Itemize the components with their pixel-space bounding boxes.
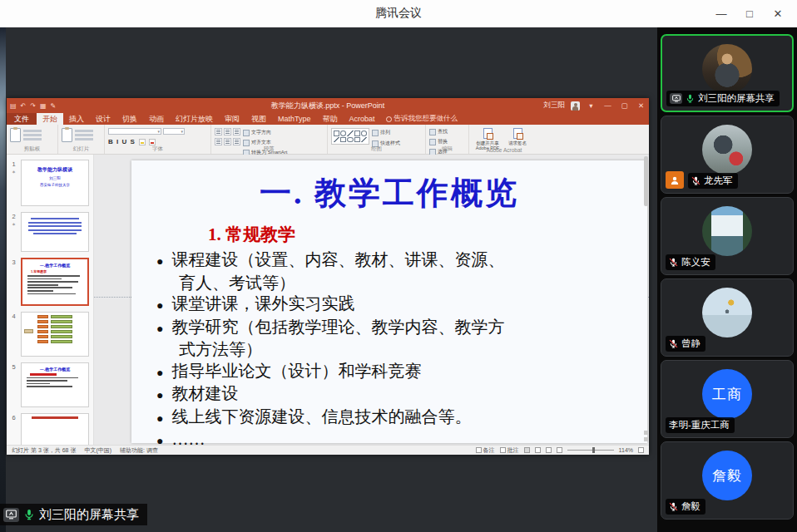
participant-tile[interactable]: 曾静 <box>661 278 794 357</box>
fit-slide-button[interactable] <box>638 447 644 453</box>
ribbon-tab[interactable]: 文件 <box>7 113 37 125</box>
current-slide[interactable]: 一. 教学工作概览 1. 常规教学 课程建设（设置、内容、教材、讲课、资源、育人… <box>131 160 647 443</box>
ribbon-tab[interactable]: Acrobat <box>344 113 381 125</box>
slide-scrollbar[interactable] <box>644 156 648 206</box>
zoom-slider[interactable] <box>567 450 614 451</box>
group-label: 绘图 <box>328 145 425 153</box>
language-status[interactable]: 中文(中国) <box>84 446 111 455</box>
ribbon-tab[interactable]: 插入 <box>63 113 90 125</box>
font-name-select[interactable]: ▾ <box>108 128 161 135</box>
quick-access-icon[interactable]: ↶ <box>21 102 27 110</box>
close-button[interactable]: ✕ <box>764 0 792 27</box>
mic-muted-icon <box>691 176 700 185</box>
desktop-wallpaper-strip <box>0 27 6 532</box>
participant-tile[interactable]: 龙先军 <box>661 116 794 194</box>
slide-nav-buttons[interactable] <box>643 431 649 441</box>
ribbon-tab[interactable]: 动画 <box>143 113 170 125</box>
slide-count-status[interactable]: 幻灯片 第 3 张，共 68 张 <box>12 446 76 455</box>
slide-small-buttons[interactable] <box>75 130 93 140</box>
ribbon-tab[interactable]: MathType <box>272 113 317 125</box>
ribbon-group-clipboard[interactable]: 剪贴板 <box>7 125 58 154</box>
ppt-close-button[interactable]: ✕ <box>636 101 646 110</box>
quick-access-icon[interactable]: ▦ <box>40 102 47 110</box>
slide-sorter-view-button[interactable] <box>535 447 541 453</box>
slide-thumbnail-1[interactable]: 教学能力纵横谈 刘三阳 西安电子科技大学 <box>21 160 89 206</box>
font-size-select[interactable]: ▾ <box>163 128 185 135</box>
ribbon-group-font[interactable]: ▾ ▾ B I U S 字体 <box>105 125 211 154</box>
ribbon-tab[interactable]: 开始 <box>37 113 63 125</box>
comments-toggle[interactable]: 批注 <box>500 446 519 455</box>
number-list-icon[interactable] <box>224 128 231 135</box>
align-right-icon[interactable] <box>233 138 240 145</box>
shapes-gallery[interactable] <box>331 128 369 145</box>
normal-view-button[interactable] <box>524 447 530 453</box>
participant-name: 李明-重庆工商 <box>669 419 730 431</box>
maximize-button[interactable]: □ <box>735 0 764 27</box>
transition-star-icon: ✶ <box>12 169 16 175</box>
account-avatar[interactable] <box>571 101 580 111</box>
drawing-command[interactable]: 排列 <box>372 129 400 136</box>
participant-tile[interactable]: 工商 李明-重庆工商 <box>661 360 794 438</box>
ribbon-group-acrobat[interactable]: 创建并共享 Adobe PDF 请求签名 Adobe Acrobat <box>469 125 539 154</box>
indent-icon[interactable] <box>233 128 240 135</box>
slide-thumbnail-6[interactable] <box>21 413 89 445</box>
group-label: 段落 <box>211 145 327 153</box>
ribbon-group-editing[interactable]: 查找替换选择 编辑 <box>426 125 469 154</box>
ribbon-tab[interactable]: 设计 <box>90 113 116 125</box>
slide-number: 6 <box>12 414 15 421</box>
mic-muted-icon <box>669 339 678 348</box>
align-left-icon[interactable] <box>215 138 222 145</box>
slide-thumbnail-5[interactable]: 一.教学工作概览 <box>21 362 89 407</box>
screen-share-icon <box>670 93 682 104</box>
account-name[interactable]: 刘三阳 <box>544 101 566 111</box>
group-label: 字体 <box>105 145 210 153</box>
quick-access-toolbar: ▤↶↷▦✎ <box>10 102 56 110</box>
highlight-color-button[interactable] <box>139 139 146 145</box>
slide-number: 3 <box>12 259 15 266</box>
slideshow-button[interactable] <box>557 447 562 453</box>
participant-name: 曾静 <box>681 337 700 350</box>
quick-access-icon[interactable]: ▤ <box>10 102 17 110</box>
quick-access-icon[interactable]: ✎ <box>51 102 57 110</box>
thumbnail-graphic <box>22 313 88 356</box>
ribbon-group-drawing[interactable]: 排列快速样式 绘图 <box>328 125 426 154</box>
font-color-button[interactable] <box>149 139 156 145</box>
paragraph-command[interactable]: 文字方向 <box>243 129 287 136</box>
ribbon-tab[interactable]: 视图 <box>245 113 272 125</box>
editing-command[interactable]: 查找 <box>429 128 448 135</box>
clipboard-small-buttons[interactable] <box>23 130 42 140</box>
thumbnail-graphic <box>27 275 84 294</box>
align-center-icon[interactable] <box>224 138 231 145</box>
accessibility-status[interactable]: 辅助功能: 调查 <box>120 446 158 455</box>
participant-tile[interactable]: 詹毅 詹毅 <box>661 441 794 520</box>
ribbon-tab[interactable]: 审阅 <box>219 113 245 125</box>
zoom-level[interactable]: 114% <box>619 447 633 453</box>
pdf-icon <box>513 128 522 139</box>
ribbon-tab[interactable]: 幻灯片放映 <box>170 113 219 125</box>
ppt-minimize-button[interactable]: — <box>602 101 613 110</box>
tell-me-box[interactable]: 告诉我您想要做什么 <box>386 113 458 125</box>
participant-tile[interactable]: 陈义安 <box>661 197 794 275</box>
participant-tile[interactable]: 刘三阳的屏幕共享 <box>661 34 794 112</box>
slide-number: 1 <box>12 160 15 168</box>
quick-access-icon[interactable]: ↷ <box>30 102 36 110</box>
slide-thumbnail-2[interactable] <box>21 212 89 252</box>
ribbon-options-icon[interactable]: ▾ <box>586 101 597 110</box>
slide-bullet: 教材建设 <box>156 383 509 406</box>
new-slide-icon[interactable] <box>62 128 72 142</box>
bullet-list-icon[interactable] <box>215 128 222 135</box>
font-style-buttons[interactable]: B I U S <box>108 138 136 145</box>
editing-command[interactable]: 替换 <box>429 138 448 145</box>
ribbon-tab[interactable]: 帮助 <box>317 113 344 125</box>
participant-avatar: 詹毅 <box>702 451 752 500</box>
ribbon-tab[interactable]: 切换 <box>116 113 143 125</box>
paste-icon[interactable] <box>10 128 21 142</box>
slide-thumbnail-4[interactable] <box>21 312 89 357</box>
notes-toggle[interactable]: 备注 <box>476 446 495 455</box>
ribbon-group-paragraph[interactable]: 文字方向对齐文本转换为 SmartArt 段落 <box>211 125 328 154</box>
reading-view-button[interactable] <box>546 447 552 453</box>
ribbon-group-slides[interactable]: 幻灯片 <box>58 125 105 154</box>
ppt-restore-button[interactable]: ▢ <box>619 101 630 110</box>
slide-thumbnail-3-selected[interactable]: 一.教学工作概览 1.常规教学 <box>21 258 89 306</box>
minimize-button[interactable]: — <box>707 0 735 27</box>
